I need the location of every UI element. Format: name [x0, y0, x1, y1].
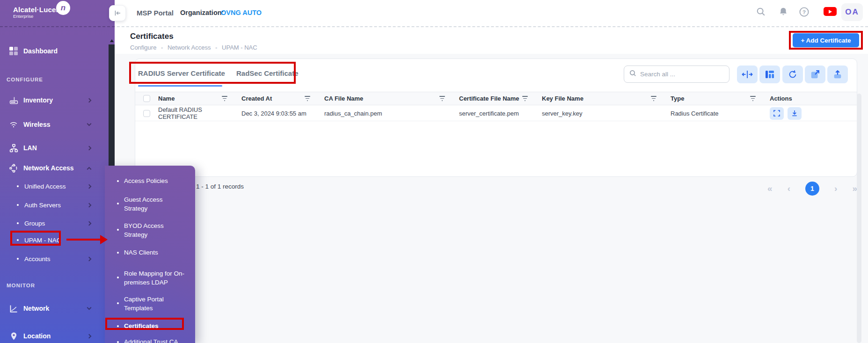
column-header-actions: Actions: [770, 95, 857, 102]
table-row[interactable]: Default RADIUS CERTIFICATE Dec 3, 2024 9…: [135, 106, 857, 121]
cell-certificate-file: server_certificate.pem: [459, 110, 542, 117]
sidebar-item-accounts[interactable]: Accounts: [0, 254, 109, 264]
filter-icon[interactable]: [651, 96, 656, 101]
brand-subtitle: Enterprise: [13, 14, 63, 19]
flyout-item-captive-portal-templates[interactable]: Captive Portal Templates: [105, 295, 175, 313]
filter-icon[interactable]: [305, 96, 310, 101]
upload-button[interactable]: [827, 66, 848, 83]
chevron-right-icon: [87, 184, 92, 189]
refresh-button[interactable]: [782, 66, 803, 83]
bullet-icon: [117, 252, 119, 254]
sidebar-item-groups[interactable]: Groups: [0, 218, 109, 228]
bullet-icon: [17, 185, 19, 187]
filter-icon[interactable]: [222, 96, 227, 101]
sidebar-item-dashboard[interactable]: Dashboard: [0, 45, 109, 57]
network-access-flyout-menu: Access Policies Guest Access Strategy BY…: [105, 166, 195, 343]
bullet-icon: [117, 229, 119, 231]
inventory-icon: [8, 95, 19, 105]
bullet-icon: [117, 180, 119, 182]
breadcrumb-network-access[interactable]: Network Access: [168, 44, 211, 51]
sidebar-scrollbar-arrow[interactable]: [110, 39, 114, 42]
next-page-icon[interactable]: ›: [834, 182, 837, 196]
bullet-icon: [117, 203, 119, 204]
brand-name: Alcatel·Lucent: [13, 6, 63, 14]
sidebar-item-inventory[interactable]: Inventory: [0, 94, 109, 106]
organization-value[interactable]: OVNG AUTO: [221, 9, 262, 16]
breadcrumb-separator: -: [161, 44, 163, 51]
cell-type: Radius Certificate: [671, 110, 770, 117]
annotation-box-certificates: [105, 318, 184, 330]
add-certificate-button[interactable]: + Add Certificate: [793, 33, 859, 47]
column-header-certificate-file[interactable]: Certificate File Name: [459, 95, 542, 102]
youtube-icon[interactable]: [824, 7, 837, 16]
brand-logo-icon: n: [56, 1, 70, 15]
view-fullscreen-button[interactable]: [770, 107, 784, 120]
sidebar-item-unified-access[interactable]: Unified Access: [0, 181, 109, 191]
network-access-icon: [8, 163, 19, 173]
annotation-box-upam-nac: [10, 231, 61, 246]
filter-icon[interactable]: [522, 96, 528, 101]
chevron-right-icon: [87, 221, 92, 226]
chevron-up-icon: [87, 167, 92, 171]
chevron-right-icon: [87, 146, 92, 150]
sidebar-section-monitor: MONITOR: [7, 283, 35, 288]
wifi-icon: [8, 120, 19, 129]
select-all-cell: [135, 95, 158, 102]
chevron-down-icon: [87, 122, 92, 126]
search-all-input[interactable]: [640, 71, 715, 78]
column-header-ca-file[interactable]: CA File Name: [324, 95, 459, 102]
columns-button[interactable]: [759, 66, 780, 83]
column-header-name[interactable]: Name: [158, 95, 241, 102]
bullet-icon: [17, 222, 19, 224]
svg-text:?: ?: [802, 9, 805, 15]
notifications-bell-icon[interactable]: [778, 6, 789, 17]
previous-page-icon[interactable]: ‹: [788, 182, 790, 196]
page-scrollbar[interactable]: [857, 94, 861, 343]
export-button[interactable]: [805, 66, 825, 83]
first-page-icon[interactable]: «: [767, 182, 773, 196]
sidebar-header-divider: [0, 26, 115, 27]
annotation-arrow-head: [100, 235, 108, 244]
flyout-item-access-policies[interactable]: Access Policies: [105, 176, 195, 185]
row-checkbox[interactable]: [143, 110, 150, 117]
flyout-item-byod-access-strategy[interactable]: BYOD Access Strategy: [105, 221, 175, 239]
cell-name: Default RADIUS CERTIFICATE: [158, 106, 241, 120]
breadcrumb-separator: -: [215, 44, 217, 51]
breadcrumb-upam-nac[interactable]: UPAM - NAC: [222, 44, 257, 51]
chevron-right-icon: [87, 203, 92, 207]
active-tab-underline: [138, 85, 222, 87]
flyout-item-guest-access-strategy[interactable]: Guest Access Strategy: [105, 195, 175, 213]
bullet-icon: [117, 302, 119, 304]
dashboard-icon: [8, 47, 19, 55]
breadcrumb: Configure - Network Access - UPAM - NAC: [130, 44, 260, 51]
flyout-item-role-mapping-ldap[interactable]: Role Mapping for On-premises LDAP: [105, 269, 195, 287]
avatar[interactable]: OA: [841, 3, 863, 21]
column-header-type[interactable]: Type: [671, 95, 770, 102]
sidebar-item-wireless[interactable]: Wireless: [0, 118, 109, 131]
bullet-icon: [17, 258, 19, 260]
sidebar-item-network[interactable]: Network: [0, 302, 109, 314]
flyout-item-additional-trust-ca[interactable]: Additional Trust CA: [105, 337, 195, 343]
flyout-item-nas-clients[interactable]: NAS Clients: [105, 248, 195, 257]
download-button[interactable]: [788, 107, 802, 120]
help-icon[interactable]: ?: [798, 6, 810, 17]
filter-icon[interactable]: [750, 96, 756, 101]
chevron-down-icon: [87, 306, 92, 310]
column-header-key-file[interactable]: Key File Name: [542, 95, 671, 102]
search-icon[interactable]: [755, 6, 766, 17]
sidebar-item-location[interactable]: Location: [0, 330, 109, 342]
sidebar-section-configure: CONFIGURE: [7, 77, 43, 82]
pagination: « ‹ 1 › »: [767, 182, 857, 196]
header-divider: [0, 26, 868, 27]
sidebar-item-auth-servers[interactable]: Auth Servers: [0, 200, 109, 210]
annotation-arrow-line: [66, 239, 102, 241]
column-header-created-at[interactable]: Created At: [241, 95, 324, 102]
breadcrumb-configure[interactable]: Configure: [130, 44, 156, 51]
resize-columns-button[interactable]: [737, 66, 758, 83]
sidebar-collapse-button[interactable]: [109, 5, 126, 21]
current-page-button[interactable]: 1: [805, 182, 819, 196]
select-all-checkbox[interactable]: [143, 95, 150, 102]
sidebar-item-lan[interactable]: LAN: [0, 142, 109, 154]
sidebar-item-network-access[interactable]: Network Access: [0, 162, 109, 174]
filter-icon[interactable]: [439, 96, 445, 101]
